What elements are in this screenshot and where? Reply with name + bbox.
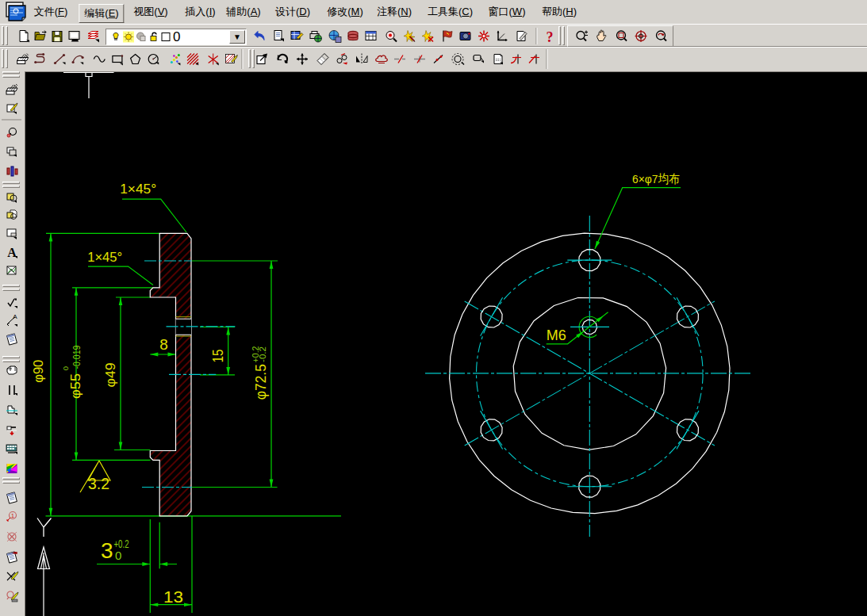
svg-text:15: 15 — [210, 350, 226, 363]
svg-text:?: ? — [547, 29, 554, 45]
svg-text:3.2: 3.2 — [88, 474, 109, 492]
svg-text:1×45°: 1×45° — [87, 250, 122, 265]
svg-text:8: 8 — [159, 336, 168, 353]
svg-text:φ72.5: φ72.5 — [253, 364, 269, 400]
svg-text:M6: M6 — [547, 327, 566, 343]
svg-text:6×φ7均布: 6×φ7均布 — [632, 172, 680, 186]
svg-text:3: 3 — [101, 538, 113, 563]
svg-text:0: 0 — [61, 366, 70, 370]
svg-text:-0.019: -0.019 — [71, 345, 82, 369]
svg-text:A: A — [13, 313, 17, 320]
svg-text:φ55: φ55 — [68, 373, 82, 399]
svg-text:1×45°: 1×45° — [120, 182, 156, 197]
svg-text:0: 0 — [115, 549, 121, 562]
svg-text:A: A — [7, 246, 17, 259]
svg-text:-0.2: -0.2 — [258, 346, 267, 362]
svg-text:φ49: φ49 — [103, 363, 118, 388]
svg-text:1: 1 — [11, 513, 14, 518]
svg-text:13: 13 — [163, 587, 183, 606]
svg-text:φ90: φ90 — [31, 360, 46, 383]
